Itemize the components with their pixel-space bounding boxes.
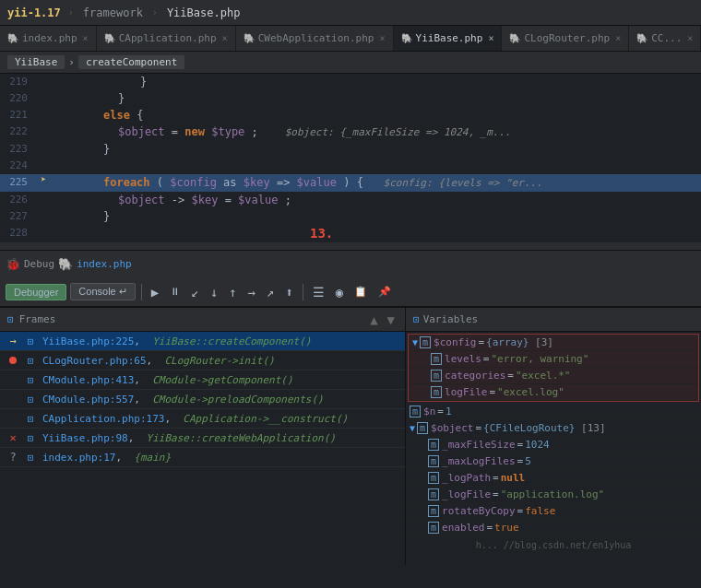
line-number: 224 <box>0 158 35 174</box>
tab-cwebapplication[interactable]: 🐘 CWebApplication.php × <box>236 26 394 51</box>
code-line-224: 224 <box>0 158 701 174</box>
var-categories[interactable]: m categories = "excel.*" <box>409 368 698 384</box>
close-icon[interactable]: × <box>379 33 385 43</box>
step-over-icon[interactable]: ↙ <box>187 283 202 301</box>
var-type-icon: m <box>428 472 439 484</box>
line-content: 13. <box>52 225 701 242</box>
frame-item-cmodule413[interactable]: ⊡ CModule.php:413, CModule->getComponent… <box>0 370 405 390</box>
step-out-icon[interactable]: ↑ <box>225 283 240 301</box>
frame-type-icon: ⊡ <box>24 373 37 386</box>
frame-item-yiibase98[interactable]: ✕ ⊡ YiiBase.php:98, YiiBase::createWebAp… <box>0 429 405 448</box>
var-name: logFile <box>445 386 487 398</box>
arrow-icon: → <box>9 335 16 347</box>
nav-down-icon[interactable]: ▼ <box>385 312 398 327</box>
var-enabled[interactable]: m enabled = true <box>406 520 701 536</box>
var-n[interactable]: m $n = 1 <box>406 404 701 420</box>
code-line-226: 226 $object -> $key = $value ; <box>0 192 701 208</box>
close-icon[interactable]: × <box>488 33 493 43</box>
var-logfile[interactable]: m logFile = "excel.log" <box>409 384 698 401</box>
var-equals: = <box>489 386 495 398</box>
tab-capplication[interactable]: 🐘 CApplication.php × <box>97 26 236 51</box>
tab-label: CLogRouter.php <box>524 32 610 44</box>
code-line-227: 227 } <box>0 208 701 225</box>
file-tabs: 🐘 index.php × 🐘 CApplication.php × 🐘 CWe… <box>0 26 701 52</box>
var-object[interactable]: ▼ m $object = {CFileLogRoute} [13] <box>406 420 701 437</box>
tab-clogrouter[interactable]: 🐘 CLogRouter.php × <box>502 26 629 51</box>
var-equals: = <box>517 439 524 451</box>
tab-yiibase[interactable]: 🐘 YiiBase.php × <box>394 26 503 51</box>
tab-index-php[interactable]: 🐘 index.php × <box>0 26 97 51</box>
code-line-222: 222 $object = new $type ; $object: {_max… <box>0 123 701 141</box>
debug-icon: 🐞 <box>6 257 20 271</box>
var-logpath[interactable]: m _logPath = null <box>406 470 701 487</box>
toolbar-separator <box>141 284 142 300</box>
pause-icon[interactable]: ⏸ <box>166 284 184 300</box>
horizontal-scrollbar[interactable] <box>0 242 701 250</box>
frame-item-capplication173[interactable]: ⊡ CApplication.php:173, CApplication->__… <box>0 409 405 429</box>
expand-icon[interactable]: ▼ <box>412 337 418 347</box>
frames-icon[interactable]: ⬆ <box>281 283 296 301</box>
var-rotatebycopy[interactable]: m rotateByCopy = false <box>406 503 701 520</box>
var-maxlogfiles[interactable]: m _maxLogFiles = 5 <box>406 453 701 470</box>
var-config[interactable]: ▼ m $config = {array} [3] <box>409 335 698 351</box>
console-button[interactable]: Console ↵ <box>70 283 135 300</box>
var-levels[interactable]: m levels = "error, warning" <box>409 351 698 368</box>
close-icon[interactable]: × <box>687 33 693 43</box>
var-name: categories <box>445 370 505 382</box>
var-type-icon: m <box>428 439 439 451</box>
frames-nav: ▲ ▼ <box>367 312 398 327</box>
frame-item-cmodule557[interactable]: ⊡ CModule.php:557, CModule->preloadCompo… <box>0 390 405 409</box>
breakpoint-dot <box>9 357 17 364</box>
breadcrumb-file[interactable]: YiiBase.php <box>161 5 245 21</box>
var-value: false <box>525 505 555 517</box>
line-content: foreach ( $config as $key => $value ) { … <box>52 174 701 192</box>
frame-type-icon: ⊡ <box>24 412 37 425</box>
close-icon[interactable]: × <box>83 33 89 43</box>
breakpoints-icon[interactable]: ◉ <box>332 283 347 301</box>
settings-icon[interactable]: ☰ <box>309 283 328 301</box>
class-breadcrumb[interactable]: YiiBase <box>7 55 65 69</box>
close-icon[interactable]: × <box>615 33 621 43</box>
frame-type-icon: ⊡ <box>24 431 37 444</box>
run-icon[interactable]: ▶ <box>148 283 162 301</box>
var-type-icon: m <box>428 522 439 534</box>
frame-indicator <box>7 357 18 364</box>
breadcrumb-framework[interactable]: framework <box>77 5 149 21</box>
debug-label: Debug <box>24 258 54 270</box>
var-type: {array} <box>486 336 529 348</box>
frame-item-clogrouter65[interactable]: ⊡ CLogRouter.php:65, CLogRouter->init() <box>0 351 405 370</box>
frame-text: index.php:17, {main} <box>42 452 171 464</box>
var-name: $n <box>423 406 435 417</box>
line-content: $object -> $key = $value ; <box>52 192 701 208</box>
debugger-button[interactable]: Debugger <box>6 284 66 300</box>
vars-list: ▼ m $config = {array} [3] m levels = "er… <box>406 332 701 565</box>
output-icon[interactable]: 📋 <box>350 284 371 300</box>
run-cursor-icon[interactable]: → <box>244 283 259 301</box>
var-maxfilesize[interactable]: m _maxFileSize = 1024 <box>406 437 701 453</box>
code-line-225: 225 ➤ foreach ( $config as $key => $valu… <box>0 174 701 192</box>
code-line-219: 219 } <box>0 74 701 90</box>
eval-icon[interactable]: ↗ <box>263 283 278 301</box>
pin-icon[interactable]: 📌 <box>374 284 395 300</box>
step-into-icon[interactable]: ↓ <box>207 283 221 301</box>
frame-item-yiibase225[interactable]: → ⊡ YiiBase.php:225, YiiBase::createComp… <box>0 332 405 351</box>
var-type-icon: m <box>431 386 442 398</box>
tab-label: index.php <box>22 32 77 44</box>
frames-panel: ⊡ Frames ▲ ▼ → ⊡ YiiBase.php:225, YiiBas… <box>0 308 406 565</box>
method-breadcrumb[interactable]: createComponent <box>78 55 184 69</box>
line-number: 220 <box>0 90 35 107</box>
line-content: $object = new $type ; $object: {_maxFile… <box>52 123 701 141</box>
var-logfile-obj[interactable]: m _logFile = "application.log" <box>406 487 701 503</box>
var-value: "excel.log" <box>497 386 564 398</box>
debug-file: index.php <box>77 258 132 270</box>
frame-item-index17[interactable]: ? ⊡ index.php:17, {main} <box>0 448 405 467</box>
code-content: 219 } 220 } 221 else { 222 <box>0 74 701 242</box>
close-icon[interactable]: × <box>222 33 228 43</box>
breadcrumb-arrow: › <box>68 56 75 68</box>
frame-indicator: ? <box>7 451 18 464</box>
nav-up-icon[interactable]: ▲ <box>367 312 380 327</box>
tab-icon: 🐘 <box>636 33 648 43</box>
tab-cc[interactable]: 🐘 CC... × <box>629 26 701 51</box>
var-name: $object <box>431 422 473 434</box>
expand-icon[interactable]: ▼ <box>410 423 415 433</box>
